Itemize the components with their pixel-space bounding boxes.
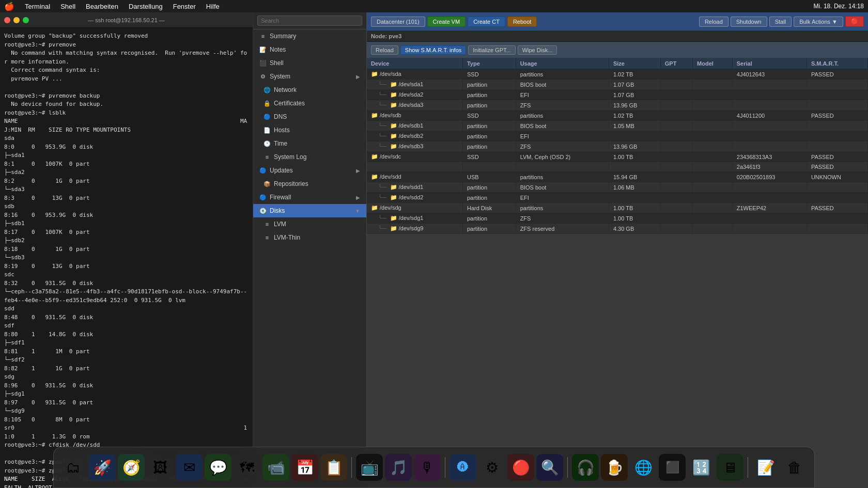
shutdown-button[interactable]: Shutdown (731, 17, 767, 27)
create-ct-button[interactable]: Create CT (468, 17, 505, 27)
disk-table-row[interactable]: 📁 /dev/sdc SSD LVM, Ceph (OSD 2) 1.00 TB… (367, 152, 868, 162)
menubar-bearbeiten[interactable]: Bearbeiten (84, 3, 120, 10)
dock-appletv[interactable]: 📺 (356, 454, 383, 481)
disk-gpt (660, 111, 692, 121)
dock-photos[interactable]: 🖼 (147, 454, 174, 481)
menubar-darstellung[interactable]: Darstellung (127, 3, 165, 10)
menubar-terminal[interactable]: Terminal (23, 3, 52, 10)
disk-table-row[interactable]: 📁 /dev/sdg Hard Disk partitions 1.00 TB … (367, 203, 868, 213)
minimize-button[interactable] (13, 17, 20, 23)
sidebar-label-time: Time (274, 140, 287, 147)
dock-maps[interactable]: 🗺 (234, 454, 260, 481)
dock-mail[interactable]: ✉ (176, 454, 203, 481)
terminal-left-content[interactable]: Volume group "backup" successfully remov… (0, 28, 253, 488)
sidebar-item-time[interactable]: 🕐 Time (253, 137, 366, 150)
dock-calendar[interactable]: 📅 (291, 454, 318, 481)
dock-music[interactable]: 🎵 (385, 454, 412, 481)
disk-table-row[interactable]: └─ 📁 /dev/sdb1 partition BIOS boot 1.05 … (367, 121, 868, 131)
sidebar-item-summary[interactable]: ≡ Summary (253, 29, 366, 43)
certificates-icon: 🔒 (264, 100, 271, 107)
disk-size: 1.05 MB (609, 121, 660, 131)
dock-podcasts[interactable]: 🎙 (414, 454, 441, 481)
disk-table-row[interactable]: 📁 /dev/sda SSD partitions 1.02 TB 4J4012… (367, 69, 868, 80)
dock-appstore[interactable]: 🅐 (450, 454, 476, 481)
sidebar-item-shell[interactable]: ⬛ Shell (253, 56, 366, 70)
bulk-actions-button[interactable]: Bulk Actions ▼ (794, 17, 843, 27)
disk-table-row[interactable]: └─ 📁 /dev/sdb2 partition EFI (367, 131, 868, 141)
disk-table-row[interactable]: └─ 📁 /dev/sdg1 partition ZFS 1.00 TB (367, 213, 868, 224)
disk-table-row[interactable]: └─ 📁 /dev/sdd1 partition BIOS boot 1.06 … (367, 182, 868, 193)
stall-button[interactable]: Stall (769, 17, 792, 27)
disk-smart (807, 224, 867, 234)
dock-reminders[interactable]: 📋 (320, 454, 347, 481)
disk-gpt (660, 90, 692, 100)
disk-model (693, 182, 733, 193)
disk-table-row[interactable]: 📁 /dev/sdd USB partitions 15.94 GB 020B0… (367, 172, 868, 182)
dock-messages[interactable]: 💬 (205, 454, 231, 481)
disk-smart: PASSED (807, 203, 867, 213)
sidebar-label-repos: Repositories (274, 180, 308, 187)
dock-trash[interactable]: 🗑 (781, 454, 808, 481)
close-button[interactable] (4, 17, 10, 23)
reload-top-button[interactable]: Reload (699, 17, 729, 27)
disk-table-row[interactable]: └─ 📁 /dev/sdd2 partition EFI (367, 193, 868, 203)
disk-table-row[interactable]: └─ 📁 /dev/sdg9 partition ZFS reserved 4.… (367, 224, 868, 234)
sidebar-item-disks[interactable]: 💽 Disks ▼ (253, 204, 366, 217)
show-smart-button[interactable]: Show S.M.A.R.T. infos (400, 45, 466, 55)
disk-model (693, 224, 733, 234)
sidebar-item-notes[interactable]: 📝 Notes (253, 43, 366, 56)
sidebar-item-lvm[interactable]: ≡ LVM (253, 217, 366, 231)
sidebar-item-network[interactable]: 🌐 Network (253, 83, 366, 97)
disk-table-row[interactable]: └─ 📁 /dev/sda3 partition ZFS 13.96 GB (367, 100, 868, 111)
reload-disk-button[interactable]: Reload (371, 45, 398, 55)
dock-spotify[interactable]: 🎧 (572, 454, 599, 481)
disk-usage: BIOS boot (516, 182, 609, 193)
dock-qreader[interactable]: 🔍 (536, 454, 563, 481)
disk-smart (807, 100, 867, 111)
dock-safari[interactable]: 🧭 (118, 454, 145, 481)
dock-facetime[interactable]: 📹 (262, 454, 289, 481)
create-vm-button[interactable]: Create VM (427, 17, 466, 27)
dock-iterm[interactable]: 🖥 (717, 454, 743, 481)
dock-systemprefs[interactable]: ⚙ (478, 454, 505, 481)
stop-button[interactable]: 🔴 (845, 16, 864, 27)
dock-calculator[interactable]: 🔢 (688, 454, 715, 481)
apple-menu[interactable]: 🍎 (4, 2, 14, 11)
sidebar-item-certificates[interactable]: 🔒 Certificates (253, 97, 366, 110)
dock-ohbrew[interactable]: 🍺 (601, 454, 628, 481)
menubar-shell[interactable]: Shell (58, 3, 78, 10)
wipe-disk-button[interactable]: Wipe Disk... (518, 45, 557, 55)
disk-table-row[interactable]: └─ 📁 /dev/sda1 partition BIOS boot 1.07 … (367, 80, 868, 90)
sidebar-item-updates[interactable]: 🔵 Updates ▶ (253, 164, 366, 177)
disk-table-row[interactable]: 2a3461f3 PASSED (367, 162, 868, 172)
disk-table-row[interactable]: └─ 📁 /dev/sda2 partition EFI 1.07 GB (367, 90, 868, 100)
disk-table-row[interactable]: 📁 /dev/sdb SSD partitions 1.02 TB 4J4011… (367, 111, 868, 121)
dock-chrome[interactable]: 🌐 (630, 454, 657, 481)
sidebar-item-dns[interactable]: 🔵 DNS (253, 110, 366, 123)
disk-size: 1.07 GB (609, 80, 660, 90)
menubar-hilfe[interactable]: Hilfe (204, 3, 222, 10)
search-input[interactable] (257, 15, 362, 26)
sidebar-item-repos[interactable]: 📦 Repositories (253, 177, 366, 191)
sidebar-item-hosts[interactable]: 📄 Hosts (253, 123, 366, 137)
dock-recorder[interactable]: 🔴 (507, 454, 534, 481)
menubar-fenster[interactable]: Fenster (171, 3, 198, 10)
dock-finder[interactable]: 🗂 (60, 454, 87, 481)
init-gpt-button[interactable]: Initialize GPT... (468, 45, 515, 55)
dock-launchpad[interactable]: 🚀 (89, 454, 116, 481)
sidebar-item-system[interactable]: ⚙ System ▶ (253, 70, 366, 83)
disk-usage: LVM, Ceph (OSD 2) (516, 152, 609, 162)
maximize-button[interactable] (23, 17, 29, 23)
disk-model (693, 162, 733, 172)
disk-table-row[interactable]: └─ 📁 /dev/sdb3 partition ZFS 13.96 GB (367, 141, 868, 152)
disk-device: 📁 /dev/sdd (367, 172, 462, 182)
disk-table-container: Device Type Usage Size GPT Model Serial … (367, 58, 868, 488)
dock-filenote[interactable]: 📝 (752, 454, 779, 481)
reboot-button[interactable]: Reboot (507, 17, 537, 27)
dock-terminal[interactable]: ⬛ (659, 454, 686, 481)
sidebar-label-firewall: Firewall (270, 194, 291, 201)
sidebar-item-syslog[interactable]: ≡ System Log (253, 150, 366, 164)
sidebar-item-lvmthin[interactable]: ≡ LVM-Thin (253, 231, 366, 244)
datacenter-button[interactable]: Datacenter (101) (371, 17, 425, 27)
sidebar-item-firewall[interactable]: 🔵 Firewall ▶ (253, 191, 366, 204)
